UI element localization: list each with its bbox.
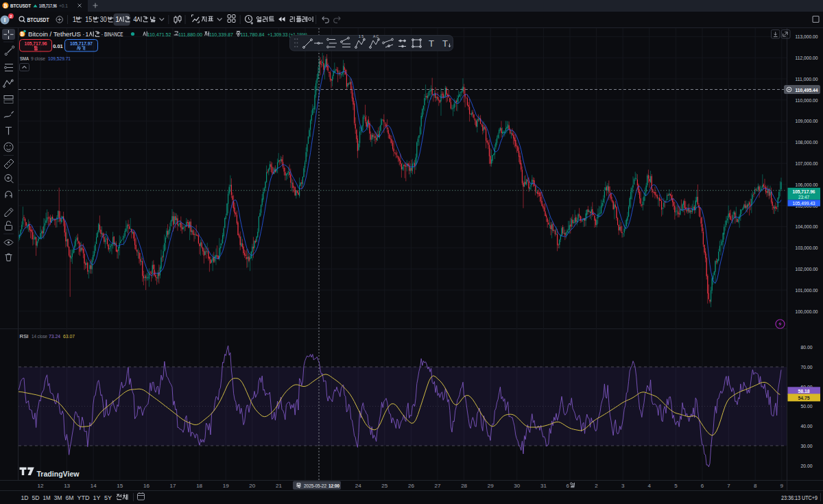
svg-text:TradingView: TradingView xyxy=(37,470,80,478)
svg-text:1 5: 1 5 xyxy=(359,34,363,38)
svg-text:113,000.00: 113,000.00 xyxy=(796,34,818,40)
svg-text:2025-05-22: 2025-05-22 xyxy=(304,483,326,489)
svg-text:23:47: 23:47 xyxy=(798,195,809,200)
svg-text:111,880.00: 111,880.00 xyxy=(178,32,202,38)
svg-text:I: I xyxy=(4,16,6,23)
svg-text:9: 9 xyxy=(780,483,784,489)
svg-text:1Y: 1Y xyxy=(93,494,101,501)
svg-text:20: 20 xyxy=(249,483,255,489)
svg-text:105,717.96: 105,717.96 xyxy=(39,3,57,9)
svg-text:8: 8 xyxy=(754,483,757,489)
svg-text:A C: A C xyxy=(373,34,379,38)
svg-text:SMA: SMA xyxy=(20,56,29,62)
svg-text:103,000.00: 103,000.00 xyxy=(796,245,818,251)
svg-text:₿: ₿ xyxy=(3,3,8,8)
svg-text:RSI: RSI xyxy=(20,333,29,339)
svg-text:0.01: 0.01 xyxy=(53,43,63,49)
svg-text:4: 4 xyxy=(648,483,652,489)
svg-text:109,529.71: 109,529.71 xyxy=(48,56,71,62)
svg-text:BTCUSDT: BTCUSDT xyxy=(10,3,31,9)
svg-text:105,499.43: 105,499.43 xyxy=(793,200,815,206)
svg-text:50.00: 50.00 xyxy=(801,403,813,409)
svg-text:12: 12 xyxy=(38,483,44,489)
svg-text:17: 17 xyxy=(170,483,176,489)
svg-text:1: 1 xyxy=(73,16,77,23)
svg-text:108,000.00: 108,000.00 xyxy=(796,139,818,145)
svg-text:3M: 3M xyxy=(54,494,62,501)
svg-text:29: 29 xyxy=(488,483,494,489)
svg-text:111,000.00: 111,000.00 xyxy=(796,76,818,82)
svg-text:15: 15 xyxy=(117,483,123,489)
svg-text:112,000.00: 112,000.00 xyxy=(796,55,818,61)
svg-text:20.00: 20.00 xyxy=(801,463,813,469)
svg-text:28: 28 xyxy=(461,483,467,489)
svg-text:104,000.00: 104,000.00 xyxy=(796,224,818,230)
svg-text:58.18: 58.18 xyxy=(798,388,810,394)
svg-text:107,000.00: 107,000.00 xyxy=(796,160,818,167)
svg-text:105,717.96: 105,717.96 xyxy=(25,40,47,47)
svg-text:5D: 5D xyxy=(32,494,40,501)
svg-text:26: 26 xyxy=(408,483,414,489)
svg-text:2: 2 xyxy=(595,483,598,489)
svg-text:25: 25 xyxy=(381,483,387,489)
svg-text:105,717.96: 105,717.96 xyxy=(793,189,815,195)
svg-text:1: 1 xyxy=(86,31,89,38)
svg-text:5: 5 xyxy=(674,483,678,489)
svg-text:105,717.97: 105,717.97 xyxy=(70,40,93,47)
svg-text:102,000.00: 102,000.00 xyxy=(796,266,818,272)
svg-text:₿: ₿ xyxy=(21,32,24,36)
svg-text:·: · xyxy=(83,31,85,38)
svg-text:14 close: 14 close xyxy=(32,333,47,339)
svg-text:101,000.00: 101,000.00 xyxy=(796,287,818,293)
svg-text:9 close: 9 close xyxy=(31,56,45,62)
svg-text:13: 13 xyxy=(64,483,70,489)
svg-text:4: 4 xyxy=(133,16,137,23)
svg-text:14: 14 xyxy=(91,483,97,489)
svg-text:Bitcoin / TetherUS: Bitcoin / TetherUS xyxy=(28,31,81,38)
svg-text:1D: 1D xyxy=(21,494,29,501)
svg-text:6M: 6M xyxy=(66,494,74,501)
svg-text:19: 19 xyxy=(223,483,229,489)
svg-text:16: 16 xyxy=(143,483,150,489)
svg-text:YTD: YTD xyxy=(77,494,90,501)
svg-text:·: · xyxy=(102,31,104,38)
svg-text:1: 1 xyxy=(115,16,119,23)
svg-text:12:00: 12:00 xyxy=(329,483,339,489)
svg-text:100,000.00: 100,000.00 xyxy=(796,309,818,315)
svg-text:3: 3 xyxy=(621,483,625,489)
svg-text:31: 31 xyxy=(540,483,547,489)
svg-text:30.00: 30.00 xyxy=(801,443,813,449)
svg-text:110,495.44: 110,495.44 xyxy=(796,87,818,93)
svg-text:40.00: 40.00 xyxy=(801,423,813,429)
svg-text:15: 15 xyxy=(85,16,92,23)
svg-text:BTCUSDT: BTCUSDT xyxy=(27,16,50,23)
svg-text:110,471.52: 110,471.52 xyxy=(147,32,171,38)
svg-text:27: 27 xyxy=(435,483,441,489)
svg-text:106,000.00: 106,000.00 xyxy=(796,182,818,188)
svg-text:63.07: 63.07 xyxy=(63,333,75,339)
svg-text:T: T xyxy=(442,38,448,49)
svg-text:111,780.84: 111,780.84 xyxy=(241,32,265,38)
svg-text:30: 30 xyxy=(100,16,107,23)
svg-text:T: T xyxy=(429,38,434,49)
svg-text:109,000.00: 109,000.00 xyxy=(796,118,818,124)
svg-text:21: 21 xyxy=(276,483,282,489)
svg-text:6: 6 xyxy=(701,483,704,489)
svg-text:30: 30 xyxy=(514,483,520,489)
svg-text:18: 18 xyxy=(196,483,202,489)
svg-text:24: 24 xyxy=(355,483,361,489)
svg-text:5Y: 5Y xyxy=(104,494,112,501)
svg-text:23:36:13 UTC+9: 23:36:13 UTC+9 xyxy=(781,494,818,501)
svg-text:BINANCE: BINANCE xyxy=(104,31,123,38)
svg-text:80.00: 80.00 xyxy=(801,344,813,350)
svg-text:1M: 1M xyxy=(43,494,51,501)
svg-text:70.00: 70.00 xyxy=(801,364,813,370)
svg-text:110,000.00: 110,000.00 xyxy=(796,97,818,104)
svg-text:7: 7 xyxy=(727,483,730,489)
svg-text:+0.1: +0.1 xyxy=(59,3,68,9)
svg-text:6: 6 xyxy=(566,483,570,489)
svg-text:73.24: 73.24 xyxy=(49,333,60,339)
svg-text:54.75: 54.75 xyxy=(798,395,810,401)
svg-text:110,339.87: 110,339.87 xyxy=(209,32,233,38)
